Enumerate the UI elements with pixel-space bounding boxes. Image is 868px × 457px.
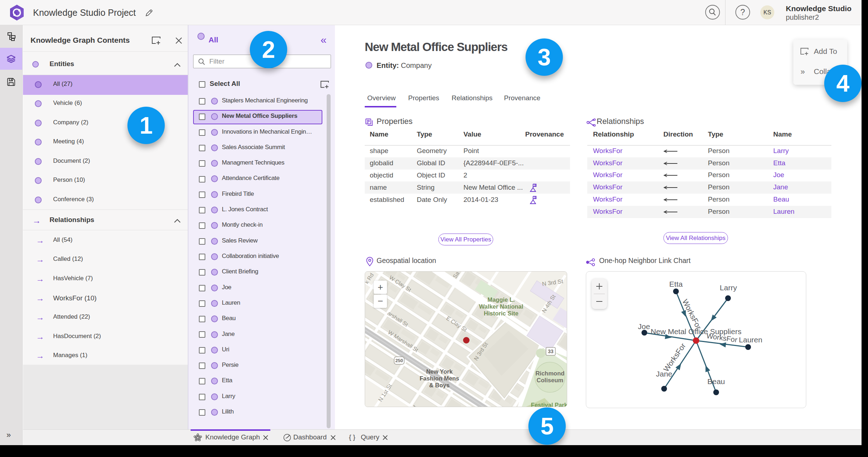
svg-text:Walker National: Walker National	[479, 303, 523, 310]
svg-text:Maggie L.: Maggie L.	[487, 296, 515, 303]
svg-text:Beau: Beau	[707, 377, 725, 386]
svg-text:Larry: Larry	[720, 283, 737, 292]
svg-text:33: 33	[548, 348, 554, 354]
svg-text:WorksFor: WorksFor	[662, 342, 687, 373]
svg-text:New York: New York	[426, 368, 453, 375]
svg-text:Etta: Etta	[669, 280, 683, 288]
svg-text:Lauren: Lauren	[739, 336, 762, 344]
svg-text:Fashion Mens: Fashion Mens	[420, 375, 459, 382]
svg-text:?: ?	[741, 8, 745, 17]
svg-text:Joe: Joe	[638, 322, 650, 331]
svg-text:Richmond: Richmond	[536, 370, 565, 377]
svg-text:Historic Site: Historic Site	[484, 310, 518, 317]
svg-text:Coliseum: Coliseum	[537, 377, 563, 383]
svg-text:250: 250	[395, 358, 403, 363]
svg-text:& Boys: & Boys	[429, 382, 450, 388]
svg-text:Festival Park: Festival Park	[531, 402, 567, 407]
